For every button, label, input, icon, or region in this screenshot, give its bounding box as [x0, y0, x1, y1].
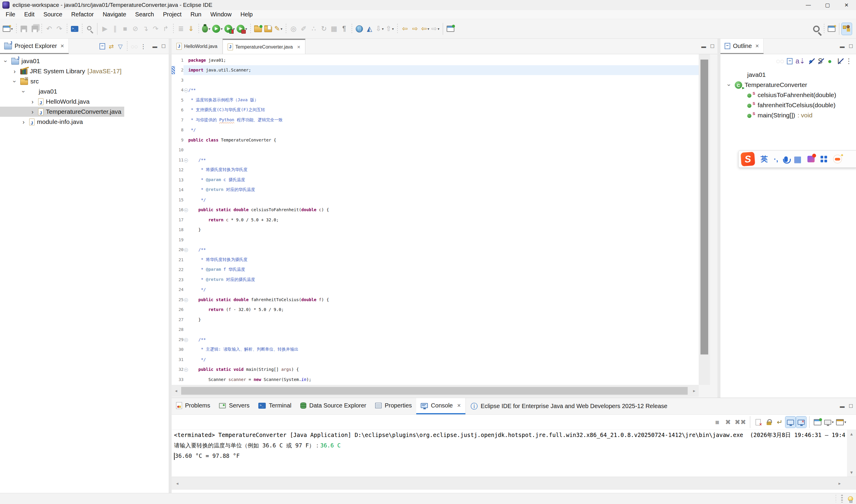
- code-line-10[interactable]: 10: [172, 145, 699, 155]
- fold-column[interactable]: −: [183, 88, 188, 92]
- menu-navigate[interactable]: Navigate: [98, 10, 131, 19]
- ime-mode-toggle[interactable]: 英: [761, 154, 768, 164]
- outline-item-temperatureconverter[interactable]: › TemperatureConverter: [722, 80, 856, 90]
- minimize-editor-button[interactable]: ▬: [701, 44, 706, 49]
- chevron-expanded-icon[interactable]: ›: [726, 82, 733, 88]
- outline-item-java01[interactable]: java01: [722, 70, 856, 80]
- coverage-icon[interactable]: ▾: [224, 23, 236, 35]
- window-close-button[interactable]: ✕: [837, 0, 856, 10]
- ime-punctuation-toggle[interactable]: ·,: [774, 155, 778, 163]
- show-stdout-changed-icon[interactable]: [785, 416, 796, 428]
- fold-column[interactable]: −: [183, 337, 188, 342]
- chevron-collapsed-icon[interactable]: ›: [29, 108, 36, 115]
- fold-column[interactable]: −: [183, 367, 188, 372]
- outline-item-main-string[interactable]: S main(String[]) : void: [722, 110, 856, 120]
- use-step-filters-icon[interactable]: ⇓: [186, 23, 196, 35]
- menu-edit[interactable]: Edit: [20, 10, 39, 19]
- window-maximize-button[interactable]: ▢: [818, 0, 837, 10]
- fold-column[interactable]: −: [183, 207, 188, 212]
- ime-mascot-icon[interactable]: [833, 155, 842, 164]
- show-whitespace-icon[interactable]: ¶: [339, 23, 349, 35]
- scroll-left-arrow[interactable]: ◂: [172, 385, 181, 397]
- chevron-expanded-icon[interactable]: ›: [2, 58, 9, 64]
- code-editor[interactable]: 1 package java01; 2 import java.util.Sca…: [172, 54, 699, 385]
- run-icon[interactable]: ▾: [211, 23, 224, 35]
- focus-working-set-icon[interactable]: ◌◌: [130, 41, 139, 52]
- step-into-icon[interactable]: ↴: [140, 23, 150, 35]
- editor-vertical-scrollbar[interactable]: [699, 54, 710, 385]
- terminate-icon[interactable]: ■: [120, 23, 130, 35]
- tree-item-java01[interactable]: ›java01: [0, 86, 168, 96]
- menu-help[interactable]: Help: [236, 10, 257, 19]
- code-line-16[interactable]: 16 − public static double celsiusToFahre…: [172, 205, 699, 215]
- minimize-panel-button[interactable]: ▬: [840, 403, 845, 409]
- close-icon[interactable]: ✕: [297, 45, 301, 50]
- open-type-icon[interactable]: [263, 23, 273, 35]
- disconnect-icon[interactable]: ⊘: [130, 23, 140, 35]
- code-line-24[interactable]: 24 */: [172, 285, 699, 295]
- tree-item-module-info-java[interactable]: ›module-info.java: [0, 117, 168, 127]
- open-web-browser-icon[interactable]: [354, 23, 364, 35]
- scroll-lock-icon[interactable]: [764, 416, 774, 428]
- notifications-icon[interactable]: [848, 496, 853, 501]
- scrollbar-thumb[interactable]: [700, 59, 708, 355]
- chevron-collapsed-icon[interactable]: ›: [29, 98, 36, 105]
- fold-column[interactable]: −: [183, 247, 188, 252]
- code-line-8[interactable]: 8 */: [172, 125, 699, 135]
- scroll-right-arrow[interactable]: ▸: [835, 477, 844, 490]
- close-icon[interactable]: ✕: [457, 403, 461, 408]
- editor-tab-helloworld-java[interactable]: HelloWorld.java: [172, 39, 222, 54]
- code-line-32[interactable]: 32 − public static void main(String[] ar…: [172, 365, 699, 375]
- tab-problems[interactable]: Problems: [172, 398, 215, 414]
- code-line-17[interactable]: 17 return c * 9.0 / 5.0 + 32.0;: [172, 215, 699, 225]
- code-line-21[interactable]: 21 * 将华氏度转换为摄氏度: [172, 255, 699, 265]
- word-wrap-icon[interactable]: ↵: [775, 416, 785, 428]
- open-perspective-icon[interactable]: [826, 23, 837, 35]
- run-external-tools-icon[interactable]: ▾: [236, 23, 248, 35]
- code-line-26[interactable]: 26 return (f - 32.0) * 5.0 / 9.0;: [172, 305, 699, 315]
- tree-item-jre-system-library[interactable]: ›JRE System Library [JavaSE-17]: [0, 66, 168, 76]
- code-line-9[interactable]: 9 public class TemperatureConverter {: [172, 135, 699, 145]
- tab-terminal[interactable]: Terminal: [254, 398, 296, 414]
- close-icon[interactable]: ✕: [755, 43, 759, 49]
- show-columns-icon[interactable]: ▦: [329, 23, 339, 35]
- menu-run[interactable]: Run: [186, 10, 206, 19]
- menu-window[interactable]: Window: [206, 10, 236, 19]
- pin-editor-icon[interactable]: [445, 23, 456, 35]
- step-over-icon[interactable]: ↷: [150, 23, 161, 35]
- back-history-icon[interactable]: ⇦▾: [420, 23, 430, 35]
- show-stderr-changed-icon[interactable]: [796, 416, 806, 428]
- remove-all-terminated-icon[interactable]: ✖✖: [733, 416, 747, 428]
- chevron-collapsed-icon[interactable]: ›: [11, 68, 18, 75]
- code-line-25[interactable]: 25 − public static double fahrenheitToCe…: [172, 294, 699, 305]
- code-line-22[interactable]: 22 * @param f 华氏温度: [172, 265, 699, 275]
- tab-servers[interactable]: Servers: [215, 398, 254, 414]
- code-line-29[interactable]: 29 − /**: [172, 335, 699, 345]
- chevron-expanded-icon[interactable]: ›: [20, 88, 27, 95]
- window-minimize-button[interactable]: —: [799, 0, 818, 10]
- menu-search[interactable]: Search: [131, 10, 159, 19]
- maximize-panel-button[interactable]: ☐: [161, 43, 166, 49]
- minimize-panel-button[interactable]: ▬: [840, 44, 845, 49]
- maximize-editor-button[interactable]: ☐: [710, 43, 714, 49]
- code-line-31[interactable]: 31 */: [172, 355, 699, 365]
- scroll-left-arrow[interactable]: ◂: [173, 477, 182, 490]
- editor-tab-temperatureconverter-java[interactable]: TemperatureConverter.java ✕: [222, 39, 306, 54]
- new-class-icon[interactable]: ✎▾: [273, 23, 283, 35]
- code-line-4[interactable]: 4 − /**: [172, 85, 699, 95]
- code-line-15[interactable]: 15 */: [172, 195, 699, 205]
- maximize-panel-button[interactable]: ☐: [849, 43, 853, 49]
- hide-static-members-icon[interactable]: S: [816, 56, 825, 66]
- sort-members-icon[interactable]: ∴: [309, 23, 319, 35]
- console-horizontal-scrollbar[interactable]: ◂ ▸: [172, 476, 856, 490]
- scroll-right-arrow[interactable]: ▸: [690, 385, 699, 397]
- new-wizard-icon[interactable]: ▾: [2, 23, 14, 35]
- tab-console[interactable]: Console ✕: [416, 398, 465, 414]
- tab-outline[interactable]: Outline ✕: [720, 39, 764, 54]
- clear-console-icon[interactable]: [753, 416, 763, 428]
- code-line-13[interactable]: 13 * @param c 摄氏温度: [172, 175, 699, 185]
- fold-column[interactable]: −: [183, 158, 188, 162]
- code-line-30[interactable]: 30 * 主逻辑: 读取输入、解析、判断单位、转换并输出: [172, 345, 699, 355]
- minimize-panel-button[interactable]: ▬: [153, 44, 157, 49]
- externalize-strings-icon[interactable]: ↻: [319, 23, 329, 35]
